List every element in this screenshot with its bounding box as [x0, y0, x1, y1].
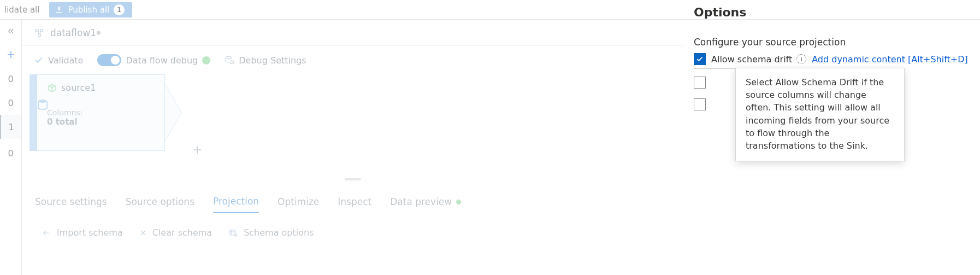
- columns-label: Columns:: [47, 108, 155, 117]
- schema-options-icon: [228, 229, 238, 237]
- upload-icon: [55, 5, 63, 14]
- tab-dataflow1[interactable]: dataflow1: [28, 20, 106, 45]
- dataflow-debug-toggle[interactable]: Data flow debug: [97, 54, 210, 66]
- check-icon: [696, 55, 704, 63]
- validate-label: Validate: [48, 55, 83, 66]
- columns-total: 0 total: [47, 117, 155, 127]
- source-node-title: source1: [61, 83, 96, 93]
- validate-button[interactable]: Validate: [34, 55, 83, 66]
- rail-count-0a[interactable]: 0: [0, 67, 21, 91]
- dataflow-command-bar: Validate Data flow debug Debug Settings: [22, 46, 683, 74]
- import-schema-label: Import schema: [57, 227, 123, 238]
- toggle-switch[interactable]: [97, 54, 121, 66]
- schema-drift-tooltip: Select Allow Schema Drift if the source …: [735, 68, 905, 161]
- node-output-arrow: [165, 74, 189, 151]
- bottom-panel: Source settings Source options Projectio…: [22, 182, 683, 275]
- tab-projection[interactable]: Projection: [213, 196, 259, 213]
- tab-optimize[interactable]: Optimize: [278, 196, 319, 213]
- rail-count-1[interactable]: 1: [0, 115, 21, 139]
- dataflow-icon: [34, 27, 45, 38]
- options-subheading: Configure your source projection: [694, 37, 972, 48]
- validate-all-button[interactable]: lidate all: [0, 3, 44, 17]
- collapse-sidebar-button[interactable]: [0, 20, 21, 43]
- tab-inspect[interactable]: Inspect: [338, 196, 371, 213]
- source-node[interactable]: source1 Columns: 0 total: [29, 74, 189, 151]
- clear-schema-label: Clear schema: [152, 227, 212, 238]
- add-next-step-button[interactable]: +: [192, 143, 202, 156]
- data-preview-status-dot: [456, 200, 461, 204]
- editor-tabstrip: dataflow1: [22, 20, 683, 46]
- plus-icon: [6, 50, 16, 60]
- info-icon[interactable]: i: [796, 54, 806, 64]
- import-arrow-icon: [40, 229, 51, 237]
- publish-all-label: Publish all: [68, 5, 109, 15]
- debug-online-icon: [202, 56, 210, 65]
- add-dynamic-content-link[interactable]: Add dynamic content [Alt+Shift+D]: [812, 54, 968, 65]
- tab-source-options[interactable]: Source options: [126, 196, 194, 213]
- tab-dirty-dot: [97, 31, 101, 34]
- main-canvas-area: dataflow1 Validate Data flow debug Debug…: [22, 20, 683, 275]
- source-db-icon: [36, 98, 49, 112]
- rail-count-0c[interactable]: 0: [0, 141, 21, 165]
- options-heading: Options: [694, 5, 972, 19]
- left-rail: 0 0 1 0: [0, 20, 22, 275]
- tab-data-preview-label: Data preview: [390, 196, 452, 207]
- cube-icon: [47, 83, 57, 93]
- tab-label: dataflow1: [50, 27, 96, 38]
- database-gear-icon: [225, 55, 234, 65]
- rail-count-0b[interactable]: 0: [0, 91, 21, 115]
- tab-source-settings[interactable]: Source settings: [35, 196, 107, 213]
- svg-point-3: [226, 56, 232, 59]
- svg-point-4: [231, 61, 234, 64]
- panel-drag-handle[interactable]: [345, 178, 361, 180]
- chevron-double-left-icon: [7, 27, 15, 35]
- clear-x-icon: [139, 229, 147, 237]
- add-resource-button[interactable]: [0, 43, 21, 67]
- options-panel: Options Configure your source projection…: [683, 0, 980, 275]
- hidden-checkbox-2[interactable]: [694, 98, 706, 110]
- import-schema-button[interactable]: Import schema: [40, 227, 123, 238]
- hidden-checkbox-1[interactable]: [694, 77, 706, 89]
- clear-schema-button[interactable]: Clear schema: [139, 227, 212, 238]
- allow-schema-drift-checkbox[interactable]: [694, 53, 706, 65]
- publish-count-badge: 1: [114, 4, 125, 15]
- debug-settings-button[interactable]: Debug Settings: [225, 55, 306, 66]
- svg-point-2: [38, 33, 41, 36]
- publish-all-button[interactable]: Publish all 1: [49, 2, 132, 17]
- schema-options-label: Schema options: [244, 227, 314, 238]
- allow-schema-drift-label: Allow schema drift: [711, 54, 792, 65]
- tab-data-preview[interactable]: Data preview: [390, 196, 461, 213]
- svg-point-5: [38, 100, 47, 103]
- debug-label: Data flow debug: [126, 55, 198, 66]
- svg-point-7: [235, 234, 237, 236]
- check-icon: [34, 55, 44, 65]
- schema-options-button[interactable]: Schema options: [228, 227, 314, 238]
- svg-rect-6: [230, 230, 235, 235]
- debug-settings-label: Debug Settings: [239, 55, 306, 66]
